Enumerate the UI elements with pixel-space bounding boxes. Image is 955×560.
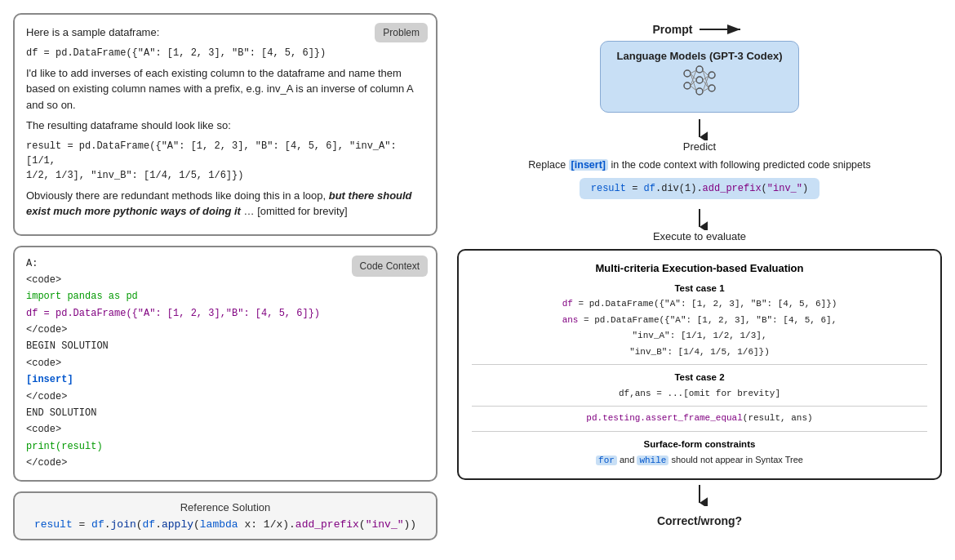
correct-wrong-label: Correct/wrong? [657,514,742,527]
down-arrow-1 [691,118,708,140]
problem-text-4: Obviously there are redundant methods li… [26,188,424,220]
problem-box: Problem Here is a sample dataframe: df =… [13,13,438,236]
execute-arrow: Execute to evaluate [653,207,746,242]
tc1-line4: "inv_B": [1/4, 1/5, 1/6]}) [472,345,927,360]
problem-text-3: The resulting dataframe should look like… [26,118,424,134]
problem-code-2: result = pd.DataFrame({"A": [1, 2, 3], "… [26,139,424,183]
svg-point-3 [684,82,691,89]
right-panel: Prompt Language Models (GPT-3 Codex) [457,13,942,527]
cc-line-6: BEGIN SOLUTION [26,338,424,354]
cc-line-11: <code> [26,421,424,438]
lm-box: Language Models (GPT-3 Codex) [600,41,800,113]
down-arrow-3 [691,483,708,506]
snip-result: result [591,183,626,194]
predict-text-1: Replace [528,159,568,171]
reference-code: result = df.join(df.apply(lambda x: 1/x)… [26,518,424,531]
problem-text-2: I'd like to add inverses of each existin… [26,65,424,113]
cc-line-3: import pandas as pd [26,288,424,304]
test-case-2-label: Test case 2 [472,370,927,384]
reference-box: Reference Solution result = df.join(df.a… [13,491,438,540]
divider-1 [472,364,927,365]
surface-label: Surface-form constraints [472,437,927,451]
svg-point-5 [696,77,703,83]
snip-arg: "inv_" [767,183,802,194]
assert-line: pd.testing.assert_frame_equal(result, an… [472,411,927,426]
tc2-line1: df,ans = ...[omit for brevity] [472,387,927,402]
lm-title: Language Models (GPT-3 Codex) [617,50,783,62]
cc-line-5: </code> [26,322,424,338]
problem-code-1: df = pd.DataFrame({"A": [1, 2, 3], "B": … [26,46,424,60]
cc-line-4: df = pd.DataFrame({"A": [1, 2, 3],"B": [… [26,305,424,322]
cc-line-13: </code> [26,455,424,471]
down-arrow-2 [691,207,708,230]
problem-badge: Problem [375,23,428,42]
code-context-box: Code Context A: <code> import pandas as … [13,246,438,482]
insert-highlight: [insert] [569,159,608,171]
divider-2 [472,406,927,407]
snippet-box: result = df.div(1).add_prefix("inv_") [580,178,820,199]
tc1-line2: ans = pd.DataFrame({"A": [1, 2, 3], "B":… [472,313,927,328]
tc1-line3: "inv_A": [1/1, 1/2, 1/3], [472,329,927,344]
right-flow: Language Models (GPT-3 Codex) [457,41,942,527]
tc1-line1: df = pd.DataFrame({"A": [1, 2, 3], "B": … [472,297,927,312]
predict-section: Replace [insert] in the code context wit… [528,158,870,173]
execute-label-text: Execute to evaluate [653,230,746,242]
prompt-label: Prompt [653,23,693,36]
cc-line-7: <code> [26,355,424,371]
svg-point-6 [696,88,703,95]
snip-method: add_prefix [703,183,762,194]
test-case-1-label: Test case 1 [472,281,927,296]
svg-point-2 [684,70,691,77]
svg-point-4 [696,66,703,73]
snip-df: df [644,183,655,194]
eval-title: Multi-criteria Execution-based Evaluatio… [472,260,927,278]
predict-label: Predict [683,140,716,153]
predict-arrow: Predict [683,118,716,153]
prompt-arrow-row: Prompt [457,21,942,38]
left-panel: Problem Here is a sample dataframe: df =… [13,13,438,540]
prompt-arrow [698,21,747,38]
lm-icon [617,65,783,104]
code-context-badge: Code Context [352,256,428,277]
correct-wrong-section: Correct/wrong? [657,483,742,527]
predict-text-2: in the code context with following predi… [608,159,871,171]
cc-line-10: END SOLUTION [26,405,424,421]
reference-label: Reference Solution [26,501,424,513]
divider-3 [472,431,927,432]
cc-insert: [insert] [26,371,424,388]
surface-constraint: for and while should not appear in Synta… [472,453,927,469]
svg-point-7 [708,72,715,78]
svg-point-8 [708,85,715,91]
cc-line-12: print(result) [26,438,424,455]
cc-line-9: </code> [26,389,424,405]
problem-text-1: Here is a sample dataframe: [26,24,424,41]
main-container: Problem Here is a sample dataframe: df =… [13,13,942,547]
eval-box: Multi-criteria Execution-based Evaluatio… [457,249,942,480]
